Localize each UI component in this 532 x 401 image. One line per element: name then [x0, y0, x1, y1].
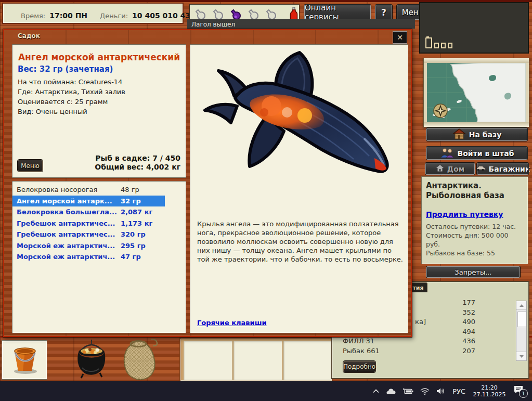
hud-dark-panel [419, 2, 529, 54]
hotkeys-link[interactable]: Горячие клавиши [197, 319, 267, 327]
fish-detail-line: Оценивается с: 25 грамм [18, 97, 125, 107]
fish-list-row[interactable]: Морской еж антарктич... 295 гр [12, 240, 186, 252]
event-value: 436 [444, 337, 475, 345]
fish-name-cell: Белокровка носорогая [12, 186, 121, 193]
trunk-label: Багажник [489, 165, 530, 173]
clock[interactable]: 21:20 27.11.2025 [472, 384, 507, 398]
bucket-slot[interactable] [2, 341, 47, 379]
location-info-lines: Осталось путевки: 12 час.Стоимость дня: … [426, 222, 524, 257]
location-info-line: Осталось путевки: 12 час. [426, 222, 524, 231]
events-scrollbar[interactable] [516, 301, 527, 361]
fish-name-cell: Гребешок антарктичес... [12, 230, 121, 238]
status-panel: Время: 17:00 ПН Деньги: 10 405 010 439 р… [2, 3, 184, 24]
fish-name-cell: Морской еж антарктич... [12, 253, 121, 261]
home-label: Дом [447, 165, 465, 173]
windows-taskbar[interactable]: РУС 21:20 27.11.2025 1 [0, 381, 532, 401]
tackle-durability-icon [425, 37, 452, 48]
car-icon [475, 165, 486, 173]
fish-list-pane: Белокровка носорогая 48 гр Ангел морской… [12, 181, 186, 333]
dialog-title: Садок [18, 32, 40, 40]
fish-weight-cell: 47 гр [121, 253, 141, 261]
fish-list-row[interactable]: Гребешок антарктичес... 320 гр [12, 229, 186, 240]
event-row[interactable]: Рыбак 661 207 [332, 347, 508, 357]
clock-time: 21:20 [472, 384, 507, 391]
fish-name-cell: Ангел морской антарк... [12, 197, 121, 205]
system-tray: РУС 21:20 27.11.2025 1 [373, 381, 527, 401]
enter-hq-button[interactable]: Войти в штаб [426, 147, 527, 160]
scroll-thumb[interactable] [517, 312, 526, 327]
scroll-down-arrow[interactable] [516, 352, 526, 360]
event-row[interactable]: ФИЛЛ 31 436 [332, 337, 508, 347]
extend-permit-link[interactable]: Продлить путевку [426, 210, 503, 218]
chat-message: Лагол вышел [187, 19, 415, 28]
speaker-icon[interactable] [436, 387, 446, 395]
trunk-button[interactable]: Багажник [477, 163, 528, 175]
fish-detail-line: На что поймана: Creatures-14 [18, 77, 125, 87]
details-button[interactable]: Подробно [343, 361, 375, 372]
fish-info-pane: Ангел морской антарктический Вес: 32 гр … [12, 44, 186, 178]
keepnet-icon[interactable] [120, 338, 160, 383]
details-label: Подробно [343, 363, 375, 370]
to-base-label: На базу [469, 131, 502, 139]
two-people-icon [440, 148, 455, 159]
fish-weight-cell: 320 гр [121, 230, 146, 238]
fish-detail-line: Где: Антарктика, Тихий залив [18, 87, 125, 97]
fish-list-row[interactable]: Гребешок антарктичес... 1,173 кг [12, 218, 186, 229]
fish-list-row[interactable]: Белокровка носорогая 48 гр [12, 184, 186, 196]
minimap[interactable] [423, 58, 529, 127]
empty-slot[interactable] [283, 341, 332, 380]
fish-name: Ангел морской антарктический [12, 52, 186, 62]
close-icon[interactable]: ✕ [393, 31, 407, 44]
fish-name-cell: Морской еж антарктич... [12, 242, 121, 250]
chat-strip: Лагол вышел [187, 19, 415, 29]
battery-icon[interactable] [403, 388, 413, 394]
fish-count-line: Рыб в садке: 7 / 450 [95, 154, 180, 163]
fish-list-row[interactable]: Ангел морской антарк... 32 гр [12, 196, 165, 207]
time-label: Время: [21, 12, 45, 20]
onedrive-cloud-icon[interactable] [386, 388, 396, 395]
bucket-icon [8, 343, 41, 377]
scroll-up-arrow[interactable] [516, 301, 526, 310]
location-title: Антарктика. Рыболовная база [426, 181, 524, 201]
fish-weight-line: Вес: 32 гр (зачетная) [18, 64, 113, 74]
notification-center-icon[interactable]: 1 [513, 385, 527, 397]
time-value: 17:00 ПН [49, 11, 87, 20]
fish-weight-cell: 32 гр [121, 197, 141, 205]
empty-slot[interactable] [184, 341, 232, 380]
map-image [427, 63, 526, 122]
empty-slot[interactable] [233, 341, 282, 380]
fish-list-row[interactable]: Морской еж антарктич... 47 гр [12, 251, 186, 263]
house-icon [436, 164, 444, 173]
compass-rose [434, 104, 447, 118]
event-value: 177 [444, 299, 475, 306]
fish-name-cell: Белокровка большегла... [12, 208, 121, 216]
to-base-button[interactable]: На базу [426, 128, 527, 141]
inventory-slots-panel [179, 338, 333, 382]
fish-weight-cell: 2,087 кг [121, 208, 152, 216]
event-value: 494 [444, 328, 475, 335]
cage-menu-button[interactable]: Меню [18, 160, 43, 172]
sea-angel-image [198, 50, 401, 181]
location-info-panel: Антарктика. Рыболовная база Продлить пут… [421, 176, 528, 264]
keepnet-dialog: Садок ✕ Ангел морской антарктический Вес… [3, 29, 412, 338]
enter-hq-label: Войти в штаб [458, 149, 514, 158]
event-value: 490 [444, 318, 475, 326]
tray-expand-icon[interactable] [373, 389, 379, 393]
location-info-line: Рыбаков на базе: 55 [426, 249, 524, 257]
home-button[interactable]: Дом [425, 163, 475, 175]
fish-list: Белокровка носорогая 48 гр Ангел морской… [12, 182, 186, 263]
event-name: Рыбак 661 [343, 347, 426, 355]
fish-weight-cell: 1,173 кг [121, 219, 152, 227]
help-button[interactable]: ? [375, 5, 392, 20]
bans-button[interactable]: Запреты... [426, 266, 520, 278]
event-value: 207 [444, 347, 475, 355]
fish-list-row[interactable]: Белокровка большегла... 2,087 кг [12, 206, 186, 218]
fish-weight-cell: 295 гр [121, 242, 146, 250]
events-tab-label: тия [412, 284, 423, 291]
fish-detail-line: Вид: Очень ценный [18, 107, 125, 117]
wifi-icon[interactable] [420, 388, 430, 395]
language-indicator[interactable]: РУС [452, 387, 465, 395]
notification-badge: 1 [519, 389, 528, 398]
online-services-button[interactable]: Онлайн сервисы [304, 5, 371, 20]
cauldron-icon[interactable] [73, 339, 110, 382]
